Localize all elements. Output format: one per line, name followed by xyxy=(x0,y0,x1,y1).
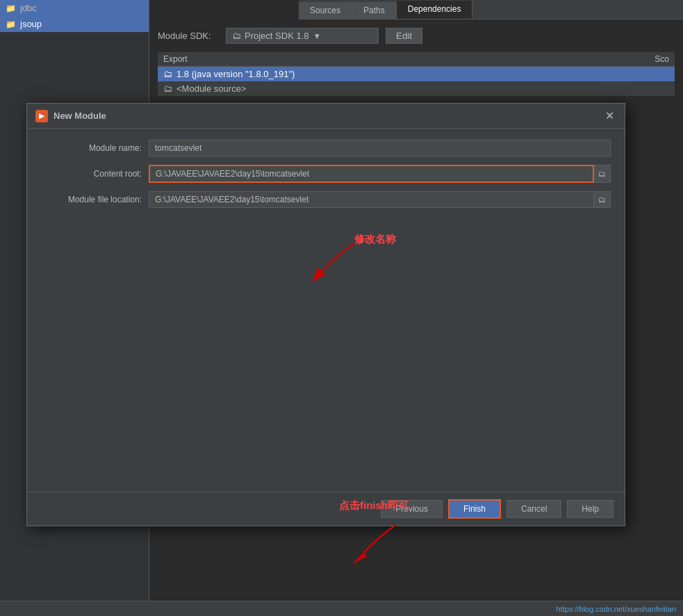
form-row-content-root: Content root: 🗂 xyxy=(41,165,611,183)
new-module-dialog: ▶ New Module ✕ Module name: Content root… xyxy=(26,103,625,526)
sdk-dropdown[interactable]: 🗂 Project SDK 1.8 ▾ xyxy=(226,28,379,44)
table-row-module-source[interactable]: 🗂 <Module source> xyxy=(158,81,675,96)
dep-panel: Module SDK: 🗂 Project SDK 1.8 ▾ Edit Exp… xyxy=(149,19,683,104)
previous-button[interactable]: Previous xyxy=(381,500,443,518)
dialog-spacer xyxy=(41,216,611,480)
dropdown-arrow-icon: ▾ xyxy=(315,31,320,41)
sdk-dropdown-icon: 🗂 xyxy=(232,31,241,41)
dialog-title-text: New Module xyxy=(54,111,106,121)
form-row-module-file: Module file location: 🗂 xyxy=(41,191,611,208)
tab-sources[interactable]: Sources xyxy=(299,2,352,19)
row-icon-module: 🗂 xyxy=(163,83,172,94)
module-file-browse-button[interactable]: 🗂 xyxy=(594,191,611,208)
module-sdk-row: Module SDK: 🗂 Project SDK 1.8 ▾ Edit xyxy=(158,28,675,44)
finish-button[interactable]: Finish xyxy=(448,499,501,519)
dialog-body: Module name: Content root: 🗂 Module file… xyxy=(27,129,625,492)
sidebar-item-jdbc[interactable]: 📁 jdbc xyxy=(0,0,149,16)
content-root-browse-button[interactable]: 🗂 xyxy=(594,165,611,183)
content-root-input-group: 🗂 xyxy=(149,165,611,183)
module-file-input-group: 🗂 xyxy=(149,191,611,208)
dep-table-header: Export Sco xyxy=(158,52,675,67)
row-label-sdk: 1.8 (java version "1.8.0_191") xyxy=(176,69,295,79)
table-row-sdk[interactable]: 🗂 1.8 (java version "1.8.0_191") xyxy=(158,67,675,81)
sdk-dropdown-value: Project SDK 1.8 xyxy=(245,31,309,41)
folder-icon-jsoup: 📁 xyxy=(6,19,16,29)
top-tabs: Sources Paths Dependencies xyxy=(299,0,683,19)
content-root-input[interactable] xyxy=(149,165,594,183)
sidebar-item-label-jdbc: jdbc xyxy=(20,3,37,13)
module-name-label: Module name: xyxy=(41,143,149,153)
module-sdk-label: Module SDK: xyxy=(158,31,220,41)
module-file-input[interactable] xyxy=(149,191,594,208)
row-icon-sdk: 🗂 xyxy=(163,69,172,79)
dialog-icon: ▶ xyxy=(35,110,48,122)
dialog-titlebar: ▶ New Module ✕ xyxy=(27,104,625,129)
tab-paths[interactable]: Paths xyxy=(352,2,397,19)
module-file-label: Module file location: xyxy=(41,195,149,204)
form-row-module-name: Module name: xyxy=(41,140,611,156)
sidebar-item-label-jsoup: jsoup xyxy=(20,19,42,29)
content-root-label: Content root: xyxy=(41,169,149,179)
col-export: Export xyxy=(163,54,188,64)
help-button[interactable]: Help xyxy=(567,500,614,518)
folder-icon-jdbc: 📁 xyxy=(6,3,16,13)
dialog-footer: Previous Finish Cancel Help xyxy=(27,492,625,526)
tab-dependencies[interactable]: Dependencies xyxy=(397,1,473,19)
dialog-close-button[interactable]: ✕ xyxy=(602,109,616,122)
cancel-button[interactable]: Cancel xyxy=(507,500,561,518)
row-label-module: <Module source> xyxy=(176,83,246,94)
status-bar: https://blog.csdn.net/xueshanfeitian xyxy=(0,601,683,616)
col-scope: Sco xyxy=(655,54,669,64)
edit-sdk-button[interactable]: Edit xyxy=(386,28,422,44)
status-url: https://blog.csdn.net/xueshanfeitian xyxy=(557,605,676,613)
module-name-input[interactable] xyxy=(149,140,611,156)
sidebar-item-jsoup[interactable]: 📁 jsoup xyxy=(0,16,149,32)
dialog-title-left: ▶ New Module xyxy=(35,110,106,122)
